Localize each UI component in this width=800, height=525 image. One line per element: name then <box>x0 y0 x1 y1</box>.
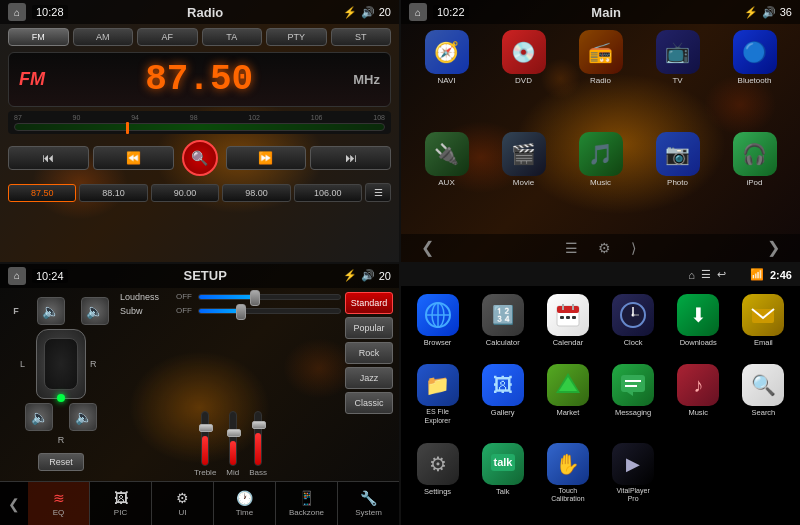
preset-1[interactable]: 87.50 <box>8 184 76 202</box>
loudness-slider[interactable] <box>198 294 341 300</box>
launcher-calculator[interactable]: 🔢 Calculator <box>472 294 533 361</box>
preset-popular[interactable]: Popular <box>345 317 393 339</box>
mode-fm[interactable]: FM <box>8 28 69 46</box>
app-photo[interactable]: 📷 Photo <box>642 132 713 228</box>
launcher-calendar[interactable]: Calendar <box>537 294 598 361</box>
mode-st[interactable]: ST <box>331 28 392 46</box>
main-nav-arrow-right[interactable]: ⟩ <box>631 240 636 256</box>
subw-slider[interactable] <box>198 308 341 314</box>
launcher-music[interactable]: ♪ Music <box>668 364 729 438</box>
bass-handle[interactable] <box>252 421 266 429</box>
preset-classic[interactable]: Classic <box>345 392 393 414</box>
app-photo-label: Photo <box>667 178 688 187</box>
setup-home-btn[interactable]: ⌂ <box>8 267 26 285</box>
bass-track[interactable] <box>254 411 262 466</box>
setup-panel: ⌂ 10:24 SETUP ⚡ 🔊 20 F 🔈 🔈 <box>0 264 399 526</box>
app-music[interactable]: 🎵 Music <box>565 132 636 228</box>
preset-2[interactable]: 88.10 <box>79 184 147 202</box>
svg-rect-10 <box>572 316 576 319</box>
mid-slider-item: Mid <box>226 411 239 477</box>
talk-label: Talk <box>496 487 509 496</box>
tab-ui[interactable]: ⚙ UI <box>152 482 214 525</box>
app-radio[interactable]: 📻 Radio <box>565 30 636 126</box>
tab-pic[interactable]: 🖼 PIC <box>90 482 152 525</box>
main-nav-menu[interactable]: ☰ <box>565 240 578 256</box>
preset-jazz[interactable]: Jazz <box>345 367 393 389</box>
app-tv[interactable]: 📺 TV <box>642 30 713 126</box>
forward-btn[interactable]: ⏭ <box>310 146 391 170</box>
main-title: Main <box>591 5 621 20</box>
mid-handle[interactable] <box>227 429 241 437</box>
freq-unit: MHz <box>353 72 380 87</box>
main-home-btn[interactable]: ⌂ <box>409 3 427 21</box>
launcher-messaging[interactable]: Messaging <box>603 364 664 438</box>
svg-rect-8 <box>560 316 564 319</box>
launcher-browser[interactable]: Browser <box>407 294 468 361</box>
app-movie[interactable]: 🎬 Movie <box>488 132 559 228</box>
launcher-market[interactable]: Market <box>537 364 598 438</box>
preset-bar: 87.50 88.10 90.00 98.00 106.00 ☰ <box>0 180 399 205</box>
search-radio-btn[interactable]: 🔍 <box>182 140 218 176</box>
treble-label: Treble <box>194 468 216 477</box>
tuning-bar[interactable]: 87909498102106108 <box>8 111 391 134</box>
esfile-label: ES FileExplorer <box>425 408 451 425</box>
radio-time: 10:28 <box>32 5 68 19</box>
preset-rock[interactable]: Rock <box>345 342 393 364</box>
reset-btn[interactable]: Reset <box>38 453 84 471</box>
launcher-vital[interactable]: ▶ VitalPlayerPro <box>603 443 664 517</box>
android-time: 2:46 <box>770 269 792 281</box>
app-radio-icon: 📻 <box>579 30 623 74</box>
main-nav-prev[interactable]: ❮ <box>421 238 434 257</box>
calculator-label: Calculator <box>486 338 520 347</box>
mode-pty[interactable]: PTY <box>266 28 327 46</box>
app-dvd[interactable]: 💿 DVD <box>488 30 559 126</box>
mode-af[interactable]: AF <box>137 28 198 46</box>
next-btn[interactable]: ⏩ <box>226 146 307 170</box>
launcher-settings[interactable]: ⚙ Settings <box>407 443 468 517</box>
launcher-email[interactable]: Email <box>733 294 794 361</box>
preset-5[interactable]: 106.00 <box>294 184 362 202</box>
setup-title: SETUP <box>183 268 226 283</box>
launcher-esfile[interactable]: 📁 ES FileExplorer <box>407 364 468 438</box>
launcher-clock[interactable]: Clock <box>603 294 664 361</box>
app-bluetooth[interactable]: 🔵 Bluetooth <box>719 30 790 126</box>
launcher-touch-cal[interactable]: ✋ TouchCalibration <box>537 443 598 517</box>
app-navi[interactable]: 🧭 NAVI <box>411 30 482 126</box>
launcher-search[interactable]: 🔍 Search <box>733 364 794 438</box>
mid-track[interactable] <box>229 411 237 466</box>
launcher-downloads[interactable]: ⬇ Downloads <box>668 294 729 361</box>
rewind-btn[interactable]: ⏮ <box>8 146 89 170</box>
tuning-track[interactable] <box>14 123 385 131</box>
preset-list-btn[interactable]: ☰ <box>365 183 391 202</box>
tab-time[interactable]: 🕐 Time <box>214 482 276 525</box>
preset-standard[interactable]: Standard <box>345 292 393 314</box>
tab-system[interactable]: 🔧 System <box>338 482 399 525</box>
main-nav-next[interactable]: ❯ <box>767 238 780 257</box>
android-home-icon[interactable]: ⌂ <box>688 269 695 281</box>
subw-handle[interactable] <box>236 304 246 320</box>
preset-4[interactable]: 98.00 <box>222 184 290 202</box>
android-menu-icon[interactable]: ☰ <box>701 268 711 281</box>
main-nav-icons: ☰ ⚙ ⟩ <box>565 240 636 256</box>
loudness-handle[interactable] <box>250 290 260 306</box>
tab-backzone[interactable]: 📱 Backzone <box>276 482 338 525</box>
mode-ta[interactable]: TA <box>202 28 263 46</box>
treble-handle[interactable] <box>199 424 213 432</box>
android-back-icon[interactable]: ↩ <box>717 268 726 281</box>
mode-am[interactable]: AM <box>73 28 134 46</box>
tab-eq[interactable]: ≋ EQ <box>28 482 90 525</box>
launcher-talk[interactable]: talk Talk <box>472 443 533 517</box>
main-nav-gear[interactable]: ⚙ <box>598 240 611 256</box>
settings-label: Settings <box>424 487 451 496</box>
android-top-bar: ⌂ ☰ ↩ 📶 2:46 <box>401 264 800 286</box>
app-aux[interactable]: 🔌 AUX <box>411 132 482 228</box>
prev-btn[interactable]: ⏪ <box>93 146 174 170</box>
preset-3[interactable]: 90.00 <box>151 184 219 202</box>
setup-prev-btn[interactable]: ❮ <box>0 482 28 525</box>
launcher-gallery[interactable]: 🖼 Gallery <box>472 364 533 438</box>
radio-home-btn[interactable]: ⌂ <box>8 3 26 21</box>
ui-tab-label: UI <box>179 508 187 517</box>
treble-track[interactable] <box>201 411 209 466</box>
time-tab-label: Time <box>236 508 253 517</box>
app-ipod[interactable]: 🎧 iPod <box>719 132 790 228</box>
